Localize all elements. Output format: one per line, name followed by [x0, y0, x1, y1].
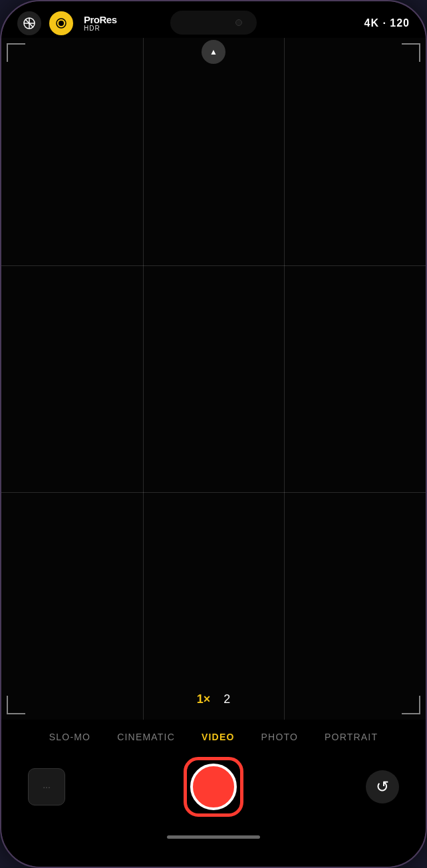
- mode-video[interactable]: VIDEO: [188, 732, 248, 742]
- corner-bracket-tr: [402, 43, 420, 62]
- flip-camera-button[interactable]: ↺: [366, 770, 399, 803]
- chevron-up-icon[interactable]: ▲: [202, 40, 225, 64]
- prores-label: ProRes: [84, 15, 117, 25]
- grid-vertical-2: [284, 38, 285, 720]
- zoom-active[interactable]: 1×: [197, 692, 211, 706]
- resolution-badge: 4K · 120: [364, 17, 410, 29]
- front-camera-dot: [235, 19, 242, 26]
- viewfinder[interactable]: 1× 2: [1, 38, 426, 720]
- flash-button[interactable]: [17, 11, 41, 35]
- mode-slo-mo[interactable]: SLO-MO: [36, 732, 104, 742]
- shutter-row: ··· ↺: [1, 752, 426, 830]
- zoom-secondary[interactable]: 2: [223, 692, 230, 706]
- prores-badge[interactable]: ProRes HDR: [84, 15, 117, 32]
- grid-horizontal-1: [1, 265, 426, 266]
- left-controls: ProRes HDR: [17, 11, 117, 35]
- mode-portrait[interactable]: PORTRAIT: [311, 732, 391, 742]
- right-controls: 4K · 120: [364, 17, 410, 29]
- bottom-ui: SLO-MO CINEMATIC VIDEO PHOTO PORTRAIT ··…: [1, 720, 426, 867]
- mode-cinematic[interactable]: CINEMATIC: [104, 732, 188, 742]
- record-button-inner: [190, 764, 237, 810]
- home-indicator: [167, 835, 260, 839]
- flip-camera-icon: ↺: [376, 778, 389, 796]
- phone-shell: ProRes HDR 4K · 120 ▲: [0, 0, 427, 868]
- gallery-dots: ···: [43, 782, 51, 792]
- dynamic-island: [170, 11, 257, 35]
- gallery-thumbnail[interactable]: ···: [28, 768, 65, 805]
- grid-overlay: [1, 38, 426, 720]
- zoom-controls: 1× 2: [197, 692, 231, 706]
- mode-selector: SLO-MO CINEMATIC VIDEO PHOTO PORTRAIT: [1, 720, 426, 752]
- corner-bracket-br: [402, 696, 420, 714]
- grid-horizontal-2: [1, 492, 426, 493]
- hdr-label: HDR: [84, 25, 100, 32]
- settings-arrow[interactable]: ▲: [202, 40, 225, 64]
- record-button[interactable]: [184, 757, 243, 817]
- mode-photo[interactable]: PHOTO: [248, 732, 312, 742]
- svg-point-6: [60, 22, 63, 25]
- corner-bracket-bl: [7, 696, 25, 714]
- camera-screen: ProRes HDR 4K · 120 ▲: [1, 1, 426, 867]
- corner-bracket-tl: [7, 43, 25, 62]
- live-photo-button[interactable]: [49, 11, 73, 35]
- grid-vertical-1: [143, 38, 144, 720]
